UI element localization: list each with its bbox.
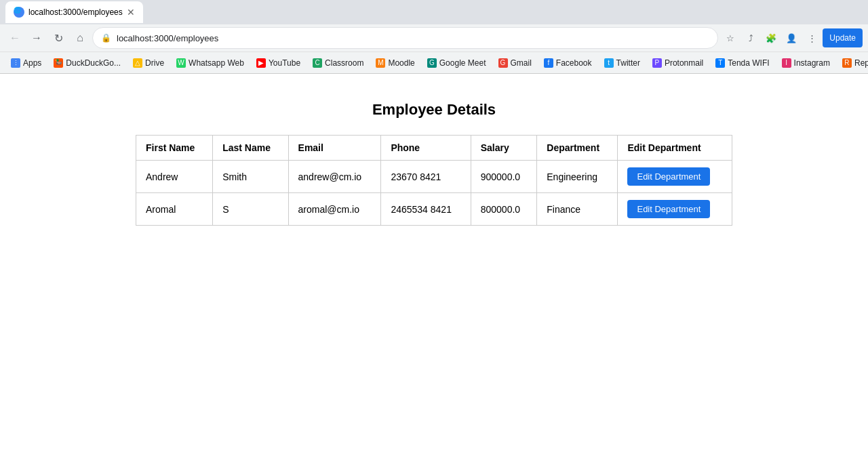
gmail-favicon: G xyxy=(498,58,508,68)
duckduckgo-favicon: 🦆 xyxy=(54,58,63,68)
moodle-favicon: M xyxy=(376,58,385,68)
drive-favicon: △ xyxy=(133,58,142,68)
cell-first_name: Andrew xyxy=(136,161,213,193)
cell-edit-department: Edit Department xyxy=(618,193,732,226)
instagram-label: Instagram xyxy=(794,58,830,68)
bookmark-twitter[interactable]: tTwitter xyxy=(599,55,646,71)
protonmail-favicon: P xyxy=(652,58,662,68)
forward-button[interactable]: → xyxy=(27,28,46,47)
whatsapp-label: Whatsapp Web xyxy=(189,58,244,68)
facebook-favicon: f xyxy=(544,58,553,68)
extensions-icon[interactable]: 🧩 xyxy=(762,28,781,47)
share-icon[interactable]: ⤴ xyxy=(741,28,760,47)
drive-label: Drive xyxy=(145,58,164,68)
menu-icon[interactable]: ⋮ xyxy=(802,28,821,47)
page-title: Employee Details xyxy=(372,101,496,119)
bookmark-gmeet[interactable]: GGoogle Meet xyxy=(422,55,492,71)
cell-department: Finance xyxy=(537,193,618,226)
whatsapp-favicon: W xyxy=(176,58,186,68)
address-text: localhost:3000/employees xyxy=(117,33,709,43)
tab-favicon: 🌐 xyxy=(14,7,24,18)
cell-salary: 900000.0 xyxy=(471,161,537,193)
tenda-label: Tenda WIFI xyxy=(728,58,769,68)
bookmark-duckduckgo[interactable]: 🦆DuckDuckGo... xyxy=(48,55,126,71)
cell-phone: 23670 8421 xyxy=(381,161,471,193)
bookmark-facebook[interactable]: fFacebook xyxy=(538,55,597,71)
cell-first_name: Aromal xyxy=(136,193,213,226)
bookmark-moodle[interactable]: MMoodle xyxy=(370,55,420,71)
cell-phone: 2465534 8421 xyxy=(381,193,471,226)
bookmark-whatsapp[interactable]: WWhatsapp Web xyxy=(171,55,250,71)
col-first-name: First Name xyxy=(136,136,213,161)
table-body: AndrewSmithandrew@cm.io23670 8421900000.… xyxy=(136,161,732,226)
classroom-label: Classroom xyxy=(325,58,363,68)
bookmark-drive[interactable]: △Drive xyxy=(127,55,170,71)
cell-email: andrew@cm.io xyxy=(288,161,381,193)
cell-email: aromal@cm.io xyxy=(288,193,381,226)
employee-table: First NameLast NameEmailPhoneSalaryDepar… xyxy=(136,135,732,226)
table-row: AromalSaromal@cm.io2465534 8421800000.0F… xyxy=(136,193,732,226)
bookmark-replit[interactable]: RRepl.it - OOPj... xyxy=(837,55,868,71)
facebook-label: Facebook xyxy=(556,58,592,68)
youtube-favicon: ▶ xyxy=(256,58,266,68)
moodle-label: Moodle xyxy=(388,58,414,68)
lock-icon: 🔒 xyxy=(101,33,111,43)
cell-last_name: Smith xyxy=(213,161,288,193)
cell-last_name: S xyxy=(213,193,288,226)
nav-right-icons: ☆ ⤴ 🧩 👤 ⋮ Update xyxy=(721,28,863,47)
edit-department-button-1[interactable]: Edit Department xyxy=(627,200,710,218)
table-header-row: First NameLast NameEmailPhoneSalaryDepar… xyxy=(136,136,732,161)
browser-chrome: 🌐 localhost:3000/employees ✕ ← → ↻ ⌂ 🔒 l… xyxy=(0,0,868,74)
duckduckgo-label: DuckDuckGo... xyxy=(66,58,121,68)
bookmark-instagram[interactable]: IInstagram xyxy=(776,55,835,71)
youtube-label: YouTube xyxy=(269,58,300,68)
update-button[interactable]: Update xyxy=(823,28,863,47)
tab-close-button[interactable]: ✕ xyxy=(127,7,135,17)
nav-bar: ← → ↻ ⌂ 🔒 localhost:3000/employees ☆ ⤴ 🧩… xyxy=(0,24,868,52)
twitter-label: Twitter xyxy=(616,58,640,68)
address-bar[interactable]: 🔒 localhost:3000/employees xyxy=(92,27,718,49)
page-content: Employee Details First NameLast NameEmai… xyxy=(0,74,868,253)
gmeet-label: Google Meet xyxy=(439,58,486,68)
bookmark-gmail[interactable]: GGmail xyxy=(493,55,537,71)
cell-salary: 800000.0 xyxy=(471,193,537,226)
bookmark-protonmail[interactable]: PProtonmail xyxy=(647,55,709,71)
bookmark-apps[interactable]: ⋮⋮⋮Apps xyxy=(5,55,47,71)
col-last-name: Last Name xyxy=(213,136,288,161)
gmeet-favicon: G xyxy=(427,58,437,68)
gmail-label: Gmail xyxy=(511,58,532,68)
replit-favicon: R xyxy=(842,58,852,68)
bookmark-youtube[interactable]: ▶YouTube xyxy=(251,55,306,71)
cell-edit-department: Edit Department xyxy=(618,161,732,193)
instagram-favicon: I xyxy=(782,58,791,68)
reload-button[interactable]: ↻ xyxy=(49,28,68,47)
col-email: Email xyxy=(288,136,381,161)
apps-favicon: ⋮⋮⋮ xyxy=(11,58,20,68)
twitter-favicon: t xyxy=(604,58,614,68)
tab-bar: 🌐 localhost:3000/employees ✕ xyxy=(0,0,868,24)
col-department: Department xyxy=(537,136,618,161)
replit-label: Repl.it - OOPj... xyxy=(854,58,868,68)
home-button[interactable]: ⌂ xyxy=(71,28,90,47)
table-row: AndrewSmithandrew@cm.io23670 8421900000.… xyxy=(136,161,732,193)
bookmark-classroom[interactable]: CClassroom xyxy=(307,55,369,71)
protonmail-label: Protonmail xyxy=(665,58,703,68)
col-phone: Phone xyxy=(381,136,471,161)
bookmark-tenda[interactable]: TTenda WIFI xyxy=(710,55,774,71)
apps-label: Apps xyxy=(23,58,41,68)
bookmark-star-icon[interactable]: ☆ xyxy=(721,28,740,47)
classroom-favicon: C xyxy=(313,58,322,68)
active-tab[interactable]: 🌐 localhost:3000/employees ✕ xyxy=(5,1,143,23)
back-button[interactable]: ← xyxy=(5,28,24,47)
col-salary: Salary xyxy=(471,136,537,161)
tab-title: localhost:3000/employees xyxy=(28,7,123,17)
profile-icon[interactable]: 👤 xyxy=(782,28,801,47)
col-edit-department: Edit Department xyxy=(618,136,732,161)
cell-department: Engineering xyxy=(537,161,618,193)
edit-department-button-0[interactable]: Edit Department xyxy=(627,167,710,186)
bookmarks-bar: ⋮⋮⋮Apps🦆DuckDuckGo...△DriveWWhatsapp Web… xyxy=(0,52,868,73)
tenda-favicon: T xyxy=(715,58,725,68)
